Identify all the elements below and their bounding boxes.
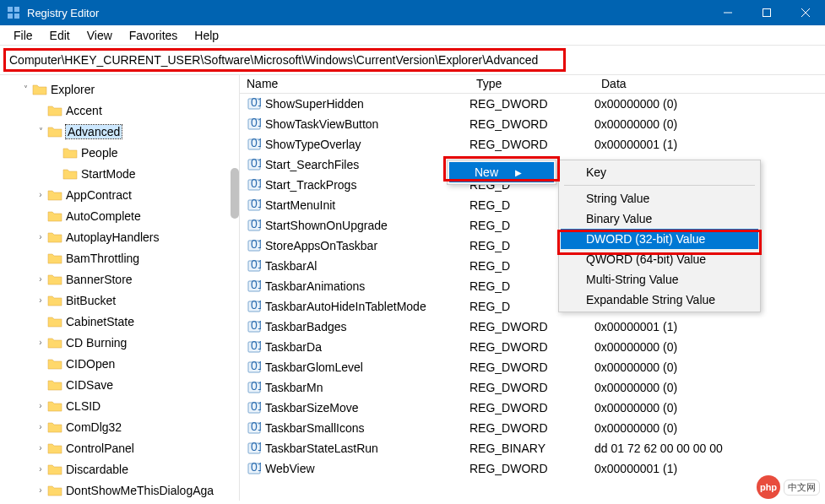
col-data[interactable]: Data bbox=[594, 75, 825, 93]
tree-item[interactable]: Accent bbox=[0, 100, 239, 121]
ctx-item[interactable]: Expandable String Value bbox=[561, 290, 758, 310]
chevron-down-icon[interactable]: ˅ bbox=[19, 84, 32, 94]
list-row[interactable]: 011TaskbarMnREG_DWORD0x00000000 (0) bbox=[240, 377, 825, 398]
tree-item[interactable]: ›DontShowMeThisDialogAga bbox=[0, 480, 239, 501]
tree-item[interactable]: AutoComplete bbox=[0, 205, 239, 226]
svg-text:011: 011 bbox=[251, 259, 261, 271]
tree-item[interactable]: ›AutoplayHandlers bbox=[0, 226, 239, 247]
maximize-button[interactable] bbox=[747, 0, 786, 25]
ctx-item[interactable]: QWORD (64-bit) Value bbox=[561, 249, 758, 269]
tree-item[interactable]: CIDSave bbox=[0, 374, 239, 395]
list-row[interactable]: 011TaskbarBadgesREG_DWORD0x00000001 (1) bbox=[240, 317, 825, 337]
address-bar[interactable]: Computer\HKEY_CURRENT_USER\Software\Micr… bbox=[3, 48, 566, 72]
list-row[interactable]: 011TaskbarStateLastRunREG_BINARYdd 01 72… bbox=[240, 438, 825, 458]
chevron-right-icon[interactable]: › bbox=[34, 443, 47, 453]
list-pane[interactable]: Name Type Data 011ShowSuperHiddenREG_DWO… bbox=[240, 75, 825, 501]
value-name: TaskbarAl bbox=[265, 259, 317, 273]
value-name: StartMenuInit bbox=[265, 198, 335, 212]
list-row[interactable]: 011TaskbarGlomLevelREG_DWORD0x00000000 (… bbox=[240, 357, 825, 377]
tree-item[interactable]: ›CD Burning bbox=[0, 332, 239, 353]
folder-icon bbox=[47, 189, 62, 201]
tree-pane[interactable]: ˅ExplorerAccent˅AdvancedPeopleStartMode›… bbox=[0, 75, 240, 501]
tree-item[interactable]: CIDOpen bbox=[0, 353, 239, 374]
reg-value-icon: 011 bbox=[247, 177, 262, 192]
value-data: 0x00000000 (0) bbox=[588, 340, 825, 354]
list-row[interactable]: 011ShowTypeOverlayREG_DWORD0x00000001 (1… bbox=[240, 134, 825, 154]
chevron-right-icon[interactable]: › bbox=[34, 401, 47, 410]
chevron-right-icon[interactable]: › bbox=[34, 274, 47, 284]
chevron-right-icon[interactable]: › bbox=[34, 190, 47, 199]
list-row[interactable]: 011ShowTaskViewButtonREG_DWORD0x00000000… bbox=[240, 114, 825, 134]
ctx-item[interactable]: String Value bbox=[561, 188, 758, 209]
list-row[interactable]: 011TaskbarSizeMoveREG_DWORD0x00000000 (0… bbox=[240, 398, 825, 418]
menu-edit[interactable]: Edit bbox=[41, 27, 79, 44]
context-submenu[interactable]: KeyString ValueBinary ValueDWORD (32-bit… bbox=[558, 160, 761, 312]
tree-item[interactable]: ˅Explorer bbox=[0, 79, 239, 100]
tree-item-label: AppContract bbox=[66, 188, 132, 202]
chevron-right-icon[interactable]: › bbox=[34, 295, 47, 305]
ctx-new[interactable]: New ▶ bbox=[449, 162, 554, 182]
tree-item-label: BitBucket bbox=[66, 294, 116, 307]
ctx-item[interactable]: Multi-String Value bbox=[561, 269, 758, 290]
tree-item[interactable]: ›ComDlg32 bbox=[0, 416, 239, 437]
context-menu-parent[interactable]: New ▶ bbox=[447, 160, 556, 185]
app-icon bbox=[7, 6, 20, 19]
menu-favorites[interactable]: Favorites bbox=[121, 27, 187, 44]
svg-rect-0 bbox=[8, 7, 13, 12]
reg-value-icon: 011 bbox=[247, 441, 262, 456]
list-row[interactable]: 011ShowSuperHiddenREG_DWORD0x00000000 (0… bbox=[240, 94, 825, 114]
value-type: REG_DWORD bbox=[463, 117, 588, 131]
ctx-item[interactable]: Binary Value bbox=[561, 209, 758, 229]
menu-help[interactable]: Help bbox=[186, 27, 227, 44]
tree-scrollbar[interactable] bbox=[231, 168, 239, 219]
tree-item[interactable]: People bbox=[0, 142, 239, 163]
tree-item[interactable]: ›AppContract bbox=[0, 184, 239, 205]
tree-item[interactable]: ›CLSID bbox=[0, 395, 239, 416]
chevron-right-icon[interactable]: › bbox=[34, 485, 47, 495]
col-type[interactable]: Type bbox=[469, 75, 594, 93]
svg-text:011: 011 bbox=[251, 219, 261, 230]
tree-item[interactable]: ›BitBucket bbox=[0, 290, 239, 311]
menu-view[interactable]: View bbox=[79, 27, 121, 44]
value-data: 0x00000001 (1) bbox=[588, 138, 825, 151]
chevron-right-icon[interactable]: › bbox=[34, 464, 47, 474]
ctx-item-label: DWORD (32-bit) Value bbox=[586, 232, 705, 246]
list-row[interactable]: 011WebViewREG_DWORD0x00000001 (1) bbox=[240, 458, 825, 479]
svg-rect-1 bbox=[14, 7, 19, 12]
reg-value-icon: 011 bbox=[247, 319, 262, 334]
tree-item[interactable]: ˅Advanced bbox=[0, 121, 239, 142]
window-controls bbox=[708, 0, 825, 25]
reg-value-icon: 011 bbox=[247, 420, 262, 436]
ctx-item[interactable]: Key bbox=[561, 162, 758, 182]
tree-item[interactable]: ›ControlPanel bbox=[0, 437, 239, 458]
chevron-right-icon[interactable]: › bbox=[34, 338, 47, 347]
close-button[interactable] bbox=[786, 0, 825, 25]
minimize-button[interactable] bbox=[708, 0, 747, 25]
col-name[interactable]: Name bbox=[240, 75, 469, 93]
value-type: REG_DWORD bbox=[463, 320, 588, 333]
ctx-item[interactable]: DWORD (32-bit) Value bbox=[561, 229, 758, 249]
tree-item[interactable]: ›BannerStore bbox=[0, 268, 239, 290]
folder-icon bbox=[47, 337, 62, 349]
list-row[interactable]: 011TaskbarDaREG_DWORD0x00000000 (0) bbox=[240, 337, 825, 357]
chevron-right-icon[interactable]: › bbox=[34, 422, 47, 431]
svg-text:011: 011 bbox=[251, 178, 261, 190]
value-type: REG_DWORD bbox=[463, 381, 588, 394]
reg-value-icon: 011 bbox=[247, 339, 262, 355]
value-name: ShowTaskViewButton bbox=[265, 117, 378, 131]
list-header: Name Type Data bbox=[240, 75, 825, 94]
folder-icon bbox=[47, 126, 62, 138]
list-row[interactable]: 011TaskbarSmallIconsREG_DWORD0x00000000 … bbox=[240, 418, 825, 438]
tree-item[interactable]: StartMode bbox=[0, 163, 239, 184]
tree-item-label: AutoComplete bbox=[66, 209, 141, 223]
ctx-item-label: QWORD (64-bit) Value bbox=[586, 252, 706, 266]
value-type: REG_DWORD bbox=[463, 421, 588, 435]
value-name: TaskbarAutoHideInTabletMode bbox=[265, 300, 426, 313]
chevron-right-icon[interactable]: › bbox=[34, 232, 47, 241]
chevron-down-icon[interactable]: ˅ bbox=[34, 127, 47, 136]
menu-bar: File Edit View Favorites Help bbox=[0, 25, 825, 46]
tree-item[interactable]: ›Discardable bbox=[0, 458, 239, 480]
menu-file[interactable]: File bbox=[5, 27, 41, 44]
tree-item[interactable]: BamThrottling bbox=[0, 247, 239, 268]
tree-item[interactable]: CabinetState bbox=[0, 311, 239, 332]
